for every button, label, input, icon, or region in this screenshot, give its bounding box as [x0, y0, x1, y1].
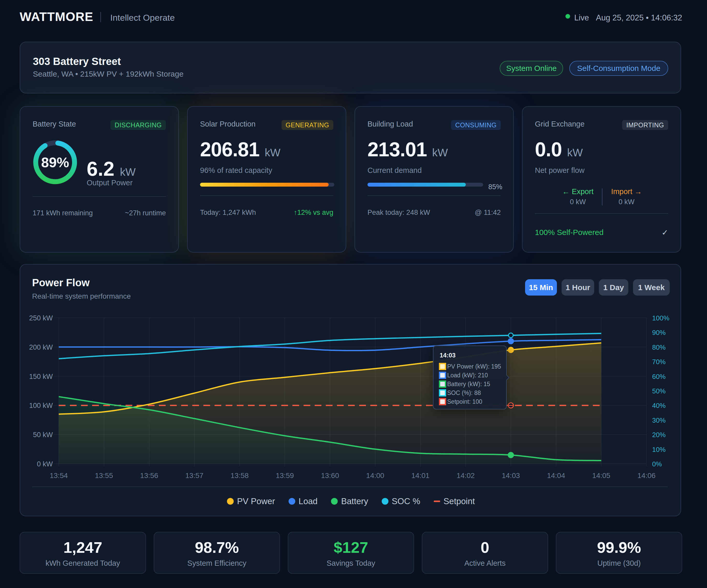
svg-text:13:58: 13:58: [231, 471, 249, 480]
svg-text:14:05: 14:05: [592, 471, 610, 480]
svg-text:100%: 100%: [652, 314, 670, 322]
svg-text:13:55: 13:55: [95, 471, 113, 480]
svg-text:13:54: 13:54: [50, 471, 68, 480]
svg-text:14:01: 14:01: [411, 471, 430, 480]
svg-text:13:59: 13:59: [276, 471, 294, 480]
svg-text:200 kW: 200 kW: [29, 344, 53, 351]
svg-text:14:03: 14:03: [502, 471, 520, 480]
svg-text:30%: 30%: [652, 416, 666, 424]
svg-text:10%: 10%: [652, 446, 666, 453]
svg-text:14:04: 14:04: [547, 471, 565, 480]
svg-text:150 kW: 150 kW: [29, 373, 53, 381]
svg-text:80%: 80%: [652, 344, 666, 351]
svg-text:70%: 70%: [652, 358, 666, 366]
svg-text:14:06: 14:06: [637, 471, 655, 480]
svg-text:13:57: 13:57: [185, 471, 203, 480]
svg-text:0%: 0%: [652, 460, 662, 468]
svg-text:13:60: 13:60: [321, 471, 339, 480]
svg-text:100 kW: 100 kW: [29, 402, 53, 410]
svg-text:50 kW: 50 kW: [33, 431, 53, 439]
svg-text:40%: 40%: [652, 402, 666, 410]
svg-text:0 kW: 0 kW: [37, 460, 53, 468]
svg-text:14:02: 14:02: [457, 471, 475, 480]
svg-text:60%: 60%: [652, 373, 666, 381]
svg-text:20%: 20%: [652, 431, 666, 439]
svg-text:250 kW: 250 kW: [29, 314, 53, 322]
svg-text:14:00: 14:00: [366, 471, 384, 480]
svg-text:50%: 50%: [652, 387, 666, 395]
svg-text:90%: 90%: [652, 329, 666, 336]
svg-text:13:56: 13:56: [140, 471, 158, 480]
